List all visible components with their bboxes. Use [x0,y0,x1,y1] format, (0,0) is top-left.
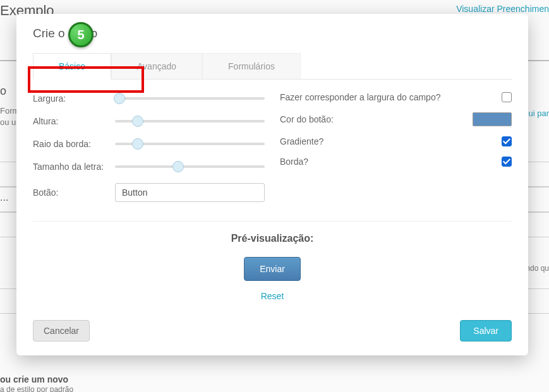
right-column: Fazer corresponder a largura do campo? C… [280,92,512,212]
button-text-label: Botão: [33,187,115,198]
border-radius-slider[interactable] [115,138,265,150]
modal-footer: Cancelar Salvar [33,320,512,342]
cancel-button[interactable]: Cancelar [33,320,90,342]
button-color-label: Cor do botão: [280,114,473,124]
tab-advanced[interactable]: Avançado [111,53,202,79]
step-badge: 5 [68,22,94,47]
gradient-checkbox[interactable] [502,136,512,146]
preview-submit-button[interactable]: Enviar [244,257,301,281]
bg-frag: ou crie um novo [0,374,68,384]
height-slider[interactable] [115,115,265,128]
section-divider [33,221,512,222]
preview-link[interactable]: Visualizar Preenchimen [456,4,549,14]
tab-forms[interactable]: Formulários [202,53,301,79]
left-column: Largura: Altura: Raio da borda: [33,92,265,212]
modal-title: Crie o se ão [33,27,512,40]
match-field-checkbox[interactable] [502,92,512,102]
width-label: Largura: [33,93,115,104]
form-grid: Largura: Altura: Raio da borda: [33,92,512,212]
button-text-input[interactable] [115,183,265,202]
width-slider[interactable] [115,92,265,105]
tab-list: Básico Avançado Formulários [33,53,512,80]
font-size-label: Tamanho da letra: [33,162,115,172]
bg-frag: o [0,85,6,98]
reset-link[interactable]: Reset [33,291,512,301]
create-button-modal: Crie o se ão Básico Avançado Formulários… [16,14,528,355]
bg-frag: ... [0,192,8,203]
border-label: Borda? [280,157,502,167]
button-color-picker[interactable] [473,112,512,126]
tab-basic[interactable]: Básico [33,53,111,80]
border-checkbox[interactable] [502,157,512,167]
match-field-label: Fazer corresponder a largura do campo? [280,92,502,102]
gradient-label: Gradiente? [280,136,502,146]
height-label: Altura: [33,116,115,126]
font-size-slider[interactable] [115,160,265,173]
save-button[interactable]: Salvar [460,320,512,342]
border-radius-label: Raio da borda: [33,139,115,149]
preview-heading: Pré-visualização: [33,233,512,244]
bg-frag: a de estilo por padrão [0,385,73,392]
